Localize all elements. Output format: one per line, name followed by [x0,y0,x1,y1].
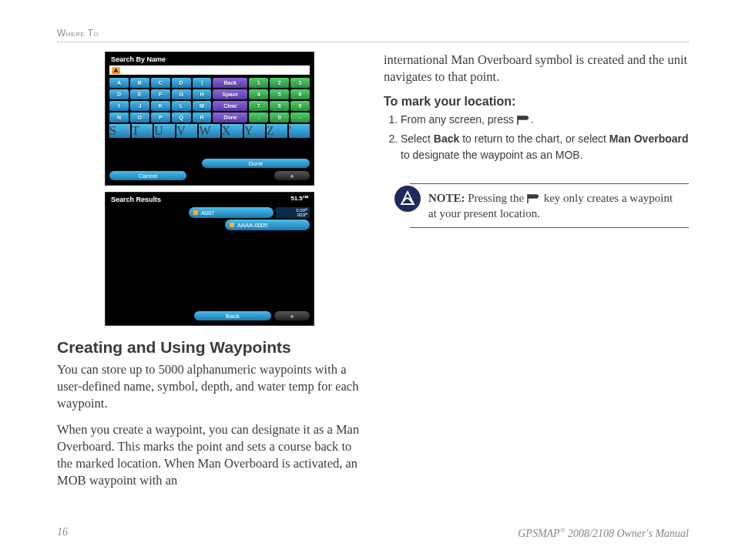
kb-key: F [151,89,170,99]
kb-num-key: 4 [249,89,268,99]
ss2-results: A0070.00ᴹ003ᴹAAAA-0005 [109,206,310,230]
kb-key: N [109,112,129,122]
footer-product: GPSMAP® 2008/2108 Owner's Manual [518,526,689,540]
kb-key: A [109,78,129,88]
ss2-back-button: Back [194,311,271,320]
kb-key: ⟩ [193,78,212,88]
kb-key: ′ [289,124,310,138]
kb-key: I [109,101,129,111]
waypoint-flag-icon [193,210,198,215]
kb-key: S [109,124,130,138]
kb-num-key: 2 [270,78,289,88]
kb-num-key: 8 [270,101,289,111]
para-3: international Man Overboard symbol is cr… [384,52,689,86]
kb-key: V [176,124,197,138]
kb-key: U [154,124,175,138]
ss1-entry-value: A [112,67,120,74]
kb-num-key: 7 [249,101,268,111]
result-name: AAAA-0005 [237,222,267,229]
ss1-cancel-button: Cancel [109,171,186,180]
screenshot-search-results: Search Results 51.5°ᴹ A0070.00ᴹ003ᴹAAAA-… [105,192,314,326]
footer-product-rest: 2008/2108 Owner's Manual [566,528,690,539]
kb-num-key: . [249,112,268,122]
kb-key: P [151,112,170,122]
kb-key: H [193,89,212,99]
note-text: NOTE: Pressing the key only creates a wa… [428,189,681,223]
ss1-mode-button: ⎆ [274,171,310,180]
kb-num-key: 0 [270,112,289,122]
kb-action-key: Back [213,78,247,88]
result-row: A0070.00ᴹ003ᴹ [109,207,310,218]
kb-num-key: 1 [249,78,268,88]
kb-key: D [109,89,129,99]
note-box: NOTE: Pressing the key only creates a wa… [410,183,689,229]
ss2-mode-button: ⎆ [274,311,310,320]
kb-key: G [172,89,191,99]
kb-key: R [193,112,212,122]
ss1-title: Search By Name [109,55,310,65]
page-footer: 16 GPSMAP® 2008/2108 Owner's Manual [57,526,689,540]
kb-key: K [151,101,170,111]
steps-list: From any screen, press . Select Back to … [384,112,689,163]
kb-num-key: - [290,112,310,122]
kb-num-key: 9 [290,101,310,111]
kb-key: Q [172,112,191,122]
ss1-done-button: Done [202,159,310,168]
kb-key: X [222,124,243,138]
page-header: Where To [57,28,689,42]
kb-key: M [193,101,212,111]
kb-key: W [199,124,220,138]
screenshot-search-by-name: Search By Name A ABCD⟩Back123DEFGHSpace4… [105,52,314,186]
step2-mob-label: Man Overboard [609,132,689,145]
kb-key: D [172,78,191,88]
footer-product-name: GPSMAP [518,528,559,539]
kb-key: B [130,78,149,88]
kb-key: E [130,89,149,99]
step2-e: to designate the waypoint as an MOB. [401,149,583,161]
para-2: When you create a waypoint, you can desi… [57,421,362,489]
ss2-title: Search Results [109,196,290,206]
flag-icon [527,194,541,203]
step2-a: Select [401,132,434,145]
kb-key: C [151,78,170,88]
note-label: NOTE: [428,192,465,204]
flag-icon [517,116,531,125]
step1-text-post: . [531,113,534,126]
ss1-keyboard-row6: STUVWXYZ′ [109,124,310,138]
kb-num-key: 5 [270,89,289,99]
kb-num-key: 6 [290,89,310,99]
kb-key: L [172,101,191,111]
kb-action-key: Space [213,89,247,99]
step2-back-label: Back [434,132,459,145]
step1-text-pre: From any screen, press [401,113,517,126]
note-a: Pressing the [465,192,527,204]
kb-num-key: 3 [290,78,310,88]
waypoint-flag-icon [230,223,234,227]
page-number: 16 [57,526,68,540]
result-name: A007 [201,210,215,216]
kb-key: O [130,112,149,122]
note-icon [394,186,421,212]
ss1-entry-field: A [109,65,310,75]
kb-key: Y [244,124,265,138]
step2-c: to return to the chart, or select [459,132,609,145]
ss2-heading: 51.5°ᴹ [290,196,310,203]
kb-key: T [132,124,153,138]
kb-action-key: Done [213,112,247,122]
result-distance: 0.00ᴹ003ᴹ [276,207,310,218]
section-heading: Creating and Using Waypoints [57,338,362,357]
result-pill: A007 [189,207,274,218]
kb-key: Z [267,124,287,138]
kb-key: J [130,101,149,111]
kb-action-key: Clear [213,101,247,111]
step-2: Select Back to return to the chart, or s… [401,131,689,163]
result-pill: AAAA-0005 [225,220,310,230]
ss1-keyboard: ABCD⟩Back123DEFGHSpace456IJKLMClear789NO… [109,78,310,122]
result-row: AAAA-0005 [109,220,310,230]
steps-heading: To mark your location: [384,95,689,109]
para-1: You can store up to 5000 alphanumeric wa… [57,361,362,412]
step-1: From any screen, press . [401,112,689,128]
